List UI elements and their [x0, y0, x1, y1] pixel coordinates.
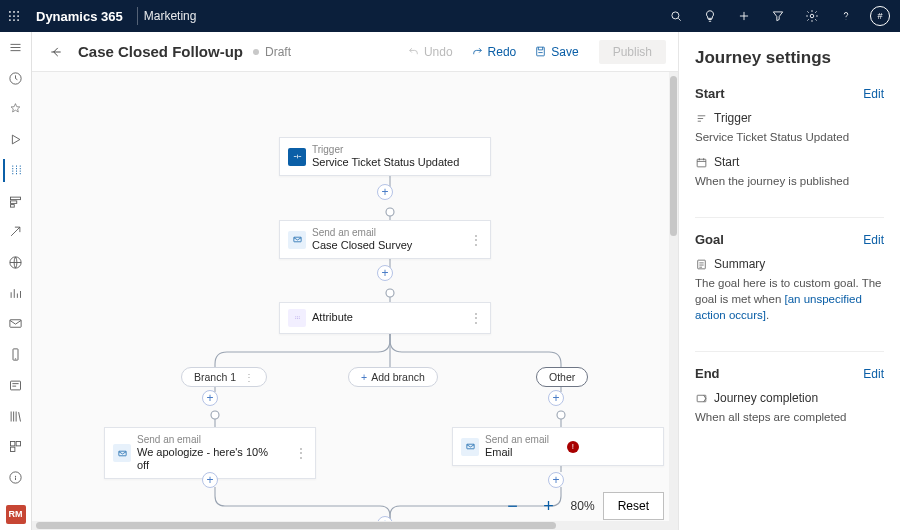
search-icon[interactable]	[662, 2, 690, 30]
node-email-survey[interactable]: Send an email Case Closed Survey ⋮	[279, 220, 491, 259]
branch-pill[interactable]: Branch 1 ⋮	[181, 367, 267, 387]
svg-point-6	[9, 19, 11, 21]
svg-point-4	[13, 15, 15, 17]
nav-journeys[interactable]	[3, 159, 27, 182]
nav-mobile[interactable]	[4, 343, 28, 366]
svg-rect-24	[537, 47, 545, 56]
zoom-out-button[interactable]: −	[499, 492, 527, 520]
brand-divider	[137, 7, 138, 25]
vertical-scrollbar[interactable]	[669, 72, 678, 530]
node-super: Send an email	[485, 434, 549, 446]
edit-end-button[interactable]: Edit	[863, 367, 884, 381]
branch-more-icon[interactable]: ⋮	[244, 372, 254, 383]
help-icon[interactable]	[832, 2, 860, 30]
zoom-controls: − + 80% Reset	[499, 492, 664, 520]
svg-point-26	[386, 289, 394, 297]
command-bar: Case Closed Follow-up Draft Undo Redo Sa…	[32, 32, 678, 72]
attribute-icon	[288, 309, 306, 327]
brand-label: Dynamics 365	[28, 9, 131, 24]
warning-icon: !	[567, 441, 579, 453]
nav-pinned[interactable]	[4, 97, 28, 120]
add-icon[interactable]	[730, 2, 758, 30]
zoom-value: 80%	[571, 499, 595, 513]
idea-icon[interactable]	[696, 2, 724, 30]
edit-start-button[interactable]: Edit	[863, 87, 884, 101]
journey-canvas[interactable]: Trigger Service Ticket Status Updated Se…	[32, 72, 678, 530]
svg-rect-19	[11, 442, 15, 446]
svg-point-2	[17, 11, 19, 13]
edit-goal-button[interactable]: Edit	[863, 233, 884, 247]
nav-segments[interactable]	[4, 190, 28, 213]
top-nav: Dynamics 365 Marketing #	[0, 0, 900, 32]
add-step-button[interactable]	[548, 472, 564, 488]
add-step-button[interactable]	[202, 472, 218, 488]
nav-analytics[interactable]	[4, 282, 28, 305]
main-area: Case Closed Follow-up Draft Undo Redo Sa…	[32, 32, 678, 530]
zoom-reset-button[interactable]: Reset	[603, 492, 664, 520]
node-super: Send an email	[137, 434, 277, 446]
trigger-value: Service Ticket Status Updated	[695, 127, 884, 153]
nav-help[interactable]	[4, 466, 28, 489]
panel-title: Journey settings	[695, 48, 884, 68]
node-label: Email	[485, 446, 549, 459]
svg-point-23	[15, 476, 16, 477]
svg-point-10	[810, 14, 814, 18]
redo-button[interactable]: Redo	[467, 45, 521, 59]
section-title: End	[695, 366, 720, 381]
add-step-button[interactable]	[377, 265, 393, 281]
node-more-icon[interactable]: ⋮	[458, 233, 482, 247]
nav-email[interactable]	[4, 313, 28, 336]
other-branch-pill[interactable]: Other	[536, 367, 588, 387]
save-button[interactable]: Save	[530, 45, 582, 59]
node-label: Attribute	[312, 311, 353, 324]
node-label: Service Ticket Status Updated	[312, 156, 459, 169]
nav-play[interactable]	[4, 128, 28, 151]
node-trigger[interactable]: Trigger Service Ticket Status Updated	[279, 137, 491, 176]
nav-template[interactable]	[4, 436, 28, 459]
trigger-row: Trigger	[695, 109, 884, 127]
svg-point-3	[9, 15, 11, 17]
nav-recent[interactable]	[4, 67, 28, 90]
svg-point-27	[211, 411, 219, 419]
publish-button[interactable]: Publish	[599, 40, 666, 64]
svg-rect-20	[16, 442, 20, 446]
trigger-icon	[288, 148, 306, 166]
app-launcher[interactable]	[0, 2, 28, 30]
add-branch-label: Add branch	[371, 371, 425, 383]
nav-form[interactable]	[4, 374, 28, 397]
nav-globe[interactable]	[4, 251, 28, 274]
svg-point-1	[13, 11, 15, 13]
node-email-generic[interactable]: Send an email Email !	[452, 427, 664, 466]
undo-button[interactable]: Undo	[403, 45, 457, 59]
svg-rect-13	[11, 200, 17, 203]
back-button[interactable]	[44, 40, 68, 64]
node-super: Send an email	[312, 227, 412, 239]
horizontal-scrollbar[interactable]	[32, 521, 678, 530]
svg-rect-21	[11, 448, 15, 452]
nav-library[interactable]	[4, 405, 28, 428]
node-more-icon[interactable]: ⋮	[458, 311, 482, 325]
email-icon	[288, 231, 306, 249]
svg-point-8	[17, 19, 19, 21]
area-switcher[interactable]: RM	[6, 505, 26, 524]
node-more-icon[interactable]: ⋮	[283, 446, 307, 460]
add-step-button[interactable]	[377, 184, 393, 200]
section-start: Start Edit Trigger Service Ticket Status…	[695, 86, 884, 197]
filter-icon[interactable]	[764, 2, 792, 30]
section-title: Start	[695, 86, 725, 101]
settings-icon[interactable]	[798, 2, 826, 30]
add-step-button[interactable]	[548, 390, 564, 406]
other-label: Other	[549, 371, 575, 383]
user-avatar[interactable]: #	[866, 2, 894, 30]
nav-menu-toggle[interactable]	[4, 36, 28, 59]
add-step-button[interactable]	[202, 390, 218, 406]
completion-row: Journey completion	[695, 389, 884, 407]
svg-rect-32	[697, 159, 706, 167]
node-attribute[interactable]: Attribute ⋮	[279, 302, 491, 334]
add-branch-button[interactable]: + Add branch	[348, 367, 438, 387]
zoom-in-button[interactable]: +	[535, 492, 563, 520]
undo-label: Undo	[424, 45, 453, 59]
start-row: Start	[695, 153, 884, 171]
email-icon	[461, 438, 479, 456]
nav-arrow[interactable]	[4, 220, 28, 243]
